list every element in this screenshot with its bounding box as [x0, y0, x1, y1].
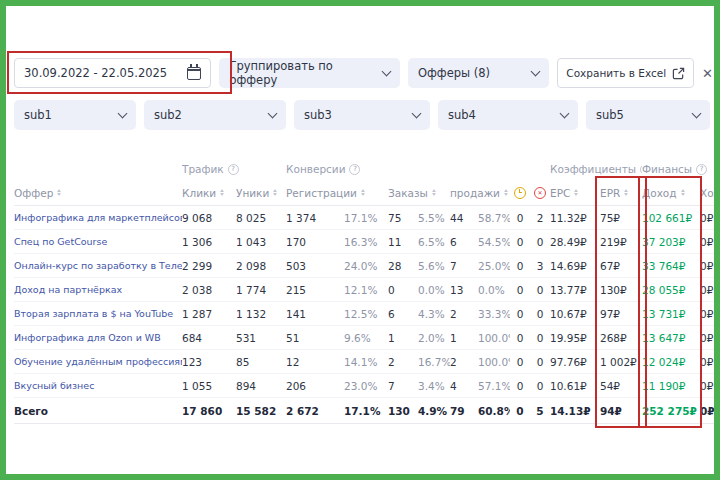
sub2-select[interactable]: sub2	[144, 100, 286, 130]
cell-income: 13 731₽	[642, 308, 700, 320]
col-epc[interactable]: EPC	[550, 187, 600, 199]
cell-rejected: 0	[530, 356, 550, 368]
date-range-input[interactable]: 30.09.2022 - 22.05.2025	[14, 58, 211, 88]
cell-hold: 0₽	[700, 212, 714, 224]
column-header-row: Оффер Клики Уники Регистрации Заказы про…	[14, 180, 714, 206]
table-body: Инфографика для маркетплейсов9 0688 0251…	[14, 206, 714, 424]
cell-registrations: 503	[286, 260, 344, 272]
cell-uniques: 15 582	[236, 405, 286, 417]
col-uniques[interactable]: Уники	[236, 187, 286, 199]
sub1-select[interactable]: sub1	[14, 100, 136, 130]
cell-sales_pct: 60.8%	[478, 405, 510, 417]
cell-offer[interactable]: Доход на партнёрках	[14, 284, 182, 295]
cell-offer[interactable]: Спец по GetCourse	[14, 236, 182, 247]
cell-epr: 67₽	[600, 260, 642, 272]
cell-offer[interactable]: Обучение удалённым профессиям	[14, 356, 182, 367]
cell-rejected: 0	[530, 308, 550, 320]
close-icon[interactable]: ✕	[702, 66, 714, 81]
cell-sales: 2	[450, 308, 478, 320]
col-sales[interactable]: продажи	[450, 187, 510, 199]
sub3-select[interactable]: sub3	[294, 100, 430, 130]
cell-clicks: 2 038	[182, 284, 236, 296]
cell-hold: 0₽	[700, 284, 714, 296]
col-registrations[interactable]: Регистрации	[286, 187, 388, 199]
export-excel-button[interactable]: Сохранить в Excel	[557, 58, 694, 88]
col-offer[interactable]: Оффер	[14, 187, 182, 199]
sort-icon	[624, 189, 628, 196]
cell-income: 37 203₽	[642, 236, 700, 248]
help-icon[interactable]: ?	[228, 164, 239, 175]
cell-sales_pct: 54.5%	[478, 236, 510, 248]
cell-orders_pct: 5.6%	[418, 260, 450, 272]
cell-registrations_pct: 24.0%	[344, 260, 388, 272]
cell-sales_pct: 100.0%	[478, 332, 510, 344]
offers-select[interactable]: Офферы (8)	[408, 58, 549, 88]
cell-hold: 0₽	[700, 332, 714, 344]
cell-offer[interactable]: Вторая зарплата в $ на YouTube	[14, 308, 182, 319]
cell-epc: 97.76₽	[550, 356, 600, 368]
cell-orders_pct: 2.0%	[418, 332, 450, 344]
sub4-label: sub4	[448, 108, 476, 122]
cell-sales_pct: 33.3%	[478, 308, 510, 320]
cell-sales_pct: 100.0%	[478, 356, 510, 368]
cell-epr: 75₽	[600, 212, 642, 224]
cell-epc: 13.77₽	[550, 284, 600, 296]
cell-registrations_pct: 12.1%	[344, 284, 388, 296]
group-by-label: Группировать по офферу	[229, 59, 375, 87]
cell-sales: 44	[450, 212, 478, 224]
group-finances: Финансы ?	[642, 163, 714, 175]
col-income[interactable]: Доход	[642, 187, 700, 199]
cell-rejected: 2	[530, 212, 550, 224]
cell-orders_pct: 5.5%	[418, 212, 450, 224]
cell-income: 28 055₽	[642, 284, 700, 296]
table-row: Вторая зарплата в $ на YouTube1 2871 132…	[14, 302, 714, 326]
cell-sales_pct: 57.1%	[478, 380, 510, 392]
cell-offer[interactable]: Инфографика для маркетплейсов	[14, 212, 182, 223]
cell-orders_pct: 6.5%	[418, 236, 450, 248]
group-by-select[interactable]: Группировать по офферу	[219, 58, 400, 88]
col-hold[interactable]: Холд	[700, 187, 714, 199]
cell-sales: 6	[450, 236, 478, 248]
col-orders[interactable]: Заказы	[388, 187, 450, 199]
cell-registrations: 1 374	[286, 212, 344, 224]
table-row: Обучение удалённым профессиям123851214.1…	[14, 350, 714, 374]
cell-epc: 10.61₽	[550, 380, 600, 392]
chevron-down-icon	[118, 108, 128, 118]
cell-registrations_pct: 12.5%	[344, 308, 388, 320]
help-icon[interactable]: ?	[696, 164, 707, 175]
cell-offer[interactable]: Вкусный бизнес	[14, 380, 182, 391]
cell-rejected: 0	[530, 284, 550, 296]
cell-rejected: 0	[530, 236, 550, 248]
col-epr[interactable]: EPR	[600, 187, 642, 199]
cell-uniques: 1 132	[236, 308, 286, 320]
cell-offer[interactable]: Инфографика для Ozon и WB	[14, 332, 182, 343]
cell-registrations: 51	[286, 332, 344, 344]
chevron-down-icon	[382, 66, 392, 76]
cell-registrations: 215	[286, 284, 344, 296]
cell-sales: 4	[450, 380, 478, 392]
cell-rejected: 0	[530, 380, 550, 392]
table-row: Инфографика для Ozon и WB684531519.6%12.…	[14, 326, 714, 350]
cell-offer[interactable]: Онлайн-курс по заработку в Телеграм	[14, 260, 182, 271]
sub2-label: sub2	[154, 108, 182, 122]
col-pending[interactable]	[510, 187, 530, 199]
cell-clicks: 1 055	[182, 380, 236, 392]
chevron-down-icon	[531, 66, 541, 76]
calendar-icon[interactable]	[187, 67, 201, 80]
cell-epr: 1 002₽	[600, 356, 642, 368]
stats-table: Трафик ? Конверсии ? Коэффициенты ? Фина…	[14, 158, 714, 424]
sub4-select[interactable]: sub4	[438, 100, 578, 130]
cell-epr: 54₽	[600, 380, 642, 392]
cell-orders: 75	[388, 212, 418, 224]
help-icon[interactable]: ?	[349, 164, 360, 175]
col-clicks[interactable]: Клики	[182, 187, 236, 199]
app-window: { "toolbar": { "date_range": "30.09.2022…	[0, 0, 720, 480]
col-rejected[interactable]: ✕	[530, 187, 550, 199]
sub5-select[interactable]: sub5	[586, 100, 710, 130]
cell-clicks: 1 287	[182, 308, 236, 320]
cell-registrations_pct: 14.1%	[344, 356, 388, 368]
cell-epc: 28.49₽	[550, 236, 600, 248]
table-row: Доход на партнёрках2 0381 77421512.1%00.…	[14, 278, 714, 302]
cell-pending: 0	[510, 284, 530, 296]
cell-orders_pct: 0.0%	[418, 284, 450, 296]
